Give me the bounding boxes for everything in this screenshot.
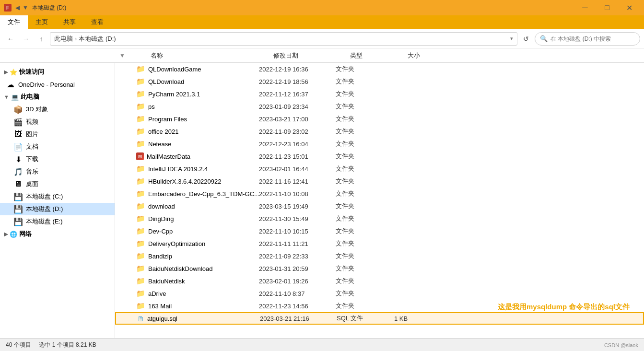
col-header-date[interactable]: 修改日期	[273, 51, 350, 60]
file-name: 📁 download	[115, 202, 259, 211]
file-date: 2023-02-01 16:44	[259, 165, 336, 173]
sidebar-item-documents[interactable]: 📄 文档	[0, 140, 115, 153]
table-row[interactable]: 📁 DingDing 2022-11-30 15:49 文件夹	[115, 212, 644, 225]
desktop-icon: 🖥	[13, 180, 23, 188]
tab-file[interactable]: 文件	[0, 15, 28, 29]
sidebar-label-drive-d: 本地磁盘 (D:)	[26, 205, 63, 213]
address-path-box[interactable]: 此电脑 › 本地磁盘 (D:) ▾	[50, 32, 517, 46]
table-row[interactable]: 📁 Program Files 2023-03-21 17:00 文件夹	[115, 113, 644, 125]
back-button[interactable]: ←	[4, 32, 17, 46]
sidebar-item-downloads[interactable]: ⬇ 下载	[0, 153, 115, 165]
item-count: 40 个项目	[6, 341, 31, 348]
downloads-icon: ⬇	[13, 155, 23, 164]
path-separator-1: ›	[75, 35, 77, 42]
table-row[interactable]: 📁 PyCharm 2021.3.1 2022-11-12 16:37 文件夹	[115, 88, 644, 100]
table-row[interactable]: 📁 Dev-Cpp 2022-11-10 10:15 文件夹	[115, 225, 644, 237]
refresh-button[interactable]: ↺	[519, 32, 533, 46]
file-date: 2022-11-10 10:15	[259, 228, 336, 235]
table-row[interactable]: 📁 IntelliJ IDEA 2019.2.4 2023-02-01 16:4…	[115, 163, 644, 175]
status-count: 40 个项目 选中 1 个项目 8.21 KB	[6, 341, 96, 349]
sidebar-section-thispc[interactable]: ▼ 💻 此电脑	[0, 91, 115, 103]
table-row[interactable]: 📁 office 2021 2022-11-09 23:02 文件夹	[115, 125, 644, 138]
sidebar-item-desktop[interactable]: 🖥 桌面	[0, 178, 115, 190]
table-row[interactable]: 📁 BaiduNetdiskDownload 2023-01-31 20:59 …	[115, 262, 644, 275]
sidebar-item-drive-d[interactable]: 💾 本地磁盘 (D:)	[0, 203, 115, 215]
file-date: 2022-12-23 16:04	[259, 140, 336, 148]
file-size: 1 KB	[394, 315, 442, 322]
ribbon-tabs: 文件 主页 共享 查看	[0, 15, 644, 29]
main-layout: ▶ ⭐ 快速访问 ☁ OneDrive - Personal ▼ 💻 此电脑 📦…	[0, 63, 644, 338]
title-bar: F ◀ ▼ 本地磁盘 (D:) ─ □ ✕	[0, 0, 644, 15]
file-name: 📁 HBuilderX.3.6.4.20220922	[115, 177, 259, 186]
table-row[interactable]: 📁 download 2023-03-15 19:49 文件夹	[115, 200, 644, 212]
file-list: 📁 QLDownloadGame 2022-12-19 16:36 文件夹 📁 …	[115, 63, 644, 325]
sidebar-item-onedrive[interactable]: ☁ OneDrive - Personal	[0, 78, 115, 91]
file-name: 📁 DingDing	[115, 214, 259, 223]
file-type: 文件夹	[336, 90, 393, 98]
sidebar-item-drive-c[interactable]: 💾 本地磁盘 (C:)	[0, 190, 115, 203]
file-type: 文件夹	[336, 65, 393, 73]
undo-icon[interactable]: ◀	[14, 4, 21, 11]
quick-access-toolbar[interactable]: ◀ ▼	[14, 4, 29, 11]
file-date: 2022-12-19 18:56	[259, 78, 336, 85]
tab-share[interactable]: 共享	[56, 15, 83, 29]
table-row[interactable]: 📁 Netease 2022-12-23 16:04 文件夹	[115, 138, 644, 150]
expand-icon: ▶	[4, 69, 8, 75]
search-box[interactable]: 🔍	[535, 32, 640, 46]
sidebar-section-network[interactable]: ▶ 🌐 网络	[0, 228, 115, 240]
ribbon: 文件 主页 共享 查看	[0, 15, 644, 29]
tab-home[interactable]: 主页	[28, 15, 56, 29]
up-button[interactable]: ↑	[35, 32, 48, 46]
folder-icon: 📁	[136, 127, 145, 136]
col-header-name[interactable]: 名称	[129, 51, 273, 60]
table-row[interactable]: 📁 aDrive 2022-11-10 8:37 文件夹	[115, 287, 644, 300]
music-icon: 🎵	[13, 167, 23, 176]
sidebar-item-video[interactable]: 🎬 视频	[0, 116, 115, 128]
forward-button[interactable]: →	[19, 32, 33, 46]
table-row[interactable]: 📁 QLDownload 2022-12-19 18:56 文件夹	[115, 75, 644, 88]
file-name: M MailMasterData	[115, 152, 259, 160]
file-date: 2022-11-10 8:37	[259, 290, 336, 297]
expand-icon-network: ▶	[4, 231, 8, 237]
address-bar: ← → ↑ 此电脑 › 本地磁盘 (D:) ▾ ↺ 🔍	[0, 29, 644, 48]
table-row[interactable]: 📁 BaiduNetdisk 2023-02-01 19:26 文件夹	[115, 275, 644, 287]
sidebar-item-pictures[interactable]: 🖼 图片	[0, 128, 115, 140]
file-type: 文件夹	[336, 127, 393, 136]
sidebar-item-drive-e[interactable]: 💾 本地磁盘 (E:)	[0, 215, 115, 228]
table-row[interactable]: M MailMasterData 2022-11-23 15:01 文件夹	[115, 150, 644, 163]
sidebar-label-documents: 文档	[26, 142, 38, 151]
table-row[interactable]: 📁 HBuilderX.3.6.4.20220922 2022-11-16 12…	[115, 175, 644, 187]
table-row[interactable]: 📁 ps 2023-01-09 23:34 文件夹	[115, 100, 644, 113]
col-header-type[interactable]: 类型	[350, 51, 408, 60]
table-row[interactable]: 📁 Bandizip 2022-11-09 22:33 文件夹	[115, 250, 644, 262]
status-bar: 40 个项目 选中 1 个项目 8.21 KB CSDN @siaok	[0, 338, 644, 351]
col-header-size[interactable]: 大小	[408, 51, 456, 60]
path-dropdown-icon[interactable]: ▾	[510, 35, 513, 42]
computer-icon: 💻	[11, 94, 19, 101]
sidebar-item-3d[interactable]: 📦 3D 对象	[0, 103, 115, 116]
sort-toggle[interactable]: ▼	[115, 52, 129, 59]
close-button[interactable]: ✕	[618, 0, 640, 15]
file-date: 2022-11-23 15:01	[259, 153, 336, 160]
table-row[interactable]: 📁 Embarcadero_Dev-Cpp_6.3_TDM-GC... 2022…	[115, 187, 644, 200]
path-computer: 此电脑	[54, 35, 73, 43]
dropdown-icon[interactable]: ▼	[22, 4, 29, 11]
table-row[interactable]: 📁 163 Mail 2022-11-23 14:56 文件夹	[115, 300, 644, 312]
sidebar-item-music[interactable]: 🎵 音乐	[0, 165, 115, 178]
table-row[interactable]: 📁 DeliveryOptimization 2022-11-11 11:21 …	[115, 237, 644, 250]
folder-icon: 📁	[136, 189, 145, 198]
folder-icon: 📁	[136, 277, 145, 285]
file-date: 2022-11-10 10:08	[259, 190, 336, 198]
tab-view[interactable]: 查看	[83, 15, 111, 29]
table-row[interactable]: 📁 QLDownloadGame 2022-12-19 16:36 文件夹	[115, 63, 644, 75]
sidebar-section-quick-access[interactable]: ▶ ⭐ 快速访问	[0, 66, 115, 78]
folder-icon: 📁	[136, 302, 145, 310]
star-icon: ⭐	[10, 69, 17, 76]
table-row[interactable]: 🗎 atguigu.sql 2023-03-21 21:16 SQL 文件 1 …	[115, 312, 644, 325]
search-input[interactable]	[550, 35, 635, 42]
file-type: 文件夹	[336, 277, 393, 285]
maximize-button[interactable]: □	[596, 0, 618, 15]
folder-icon: 📁	[136, 140, 145, 148]
minimize-button[interactable]: ─	[574, 0, 596, 15]
folder-icon: 📁	[136, 202, 145, 211]
